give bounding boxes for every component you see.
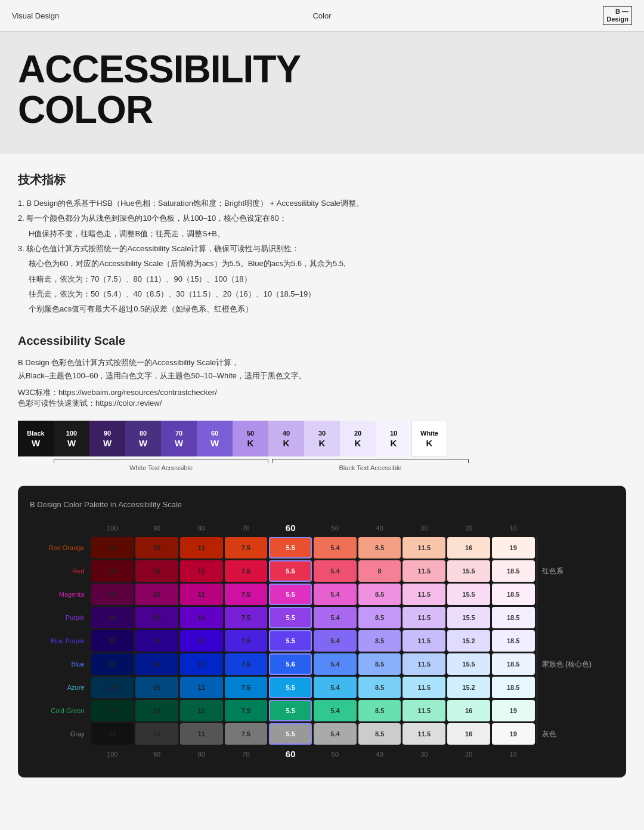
color-cell-cold-green-10: 19 [492,700,535,721]
color-cell-magenta-20: 15.5 [447,584,490,605]
palette-col-footer-60: 60 [269,746,312,761]
color-cell-blue-30: 11.5 [402,653,445,675]
color-cell-gray-60: 5.5 [269,723,312,745]
color-cell-red-40: 8 [358,560,401,582]
color-cell-red-50: 5.4 [314,560,357,582]
color-cell-gray-90: 15 [135,723,178,745]
color-cell-cold-green-100: 18 [91,700,134,721]
header-breadcrumb-left: Visual Design [12,11,59,20]
palette-table: 100908070605040302010Red Orange1815117.5… [30,519,614,763]
color-cell-blue-10: 18.5 [492,653,535,675]
row-label-azure: Azure [32,677,89,698]
palette-row-gray: Gray1815117.55.55.48.511.51619灰色 [32,723,612,745]
palette-row-red: Red1815117.55.55.4811.515.518.5 [32,560,612,582]
color-cell-magenta-80: 11 [180,584,223,605]
palette-col-header-20: 20 [447,520,490,535]
tech-description: 1. B Design的色系基于HSB（Hue色相；Saturation饱和度；… [18,196,626,316]
color-cell-blue-40: 8.5 [358,653,401,675]
color-cell-red-orange-70: 7.5 [225,537,268,559]
scale-links: W3C标准：https://webaim.org/resources/contr… [18,387,626,409]
palette-row-purple: Purple1815117.55.55.48.511.515.518.5家族色 … [32,607,612,628]
palette-col-header-60: 60 [269,520,312,535]
palette-col-footer-40: 40 [358,746,401,761]
side-label-cell-8: 灰色 [537,723,612,745]
palette-row-magenta: Magenta1815117.55.55.48.511.515.518.5 [32,584,612,605]
color-cell-red-orange-80: 11 [180,537,223,559]
color-cell-azure-30: 11.5 [402,677,445,698]
color-cell-purple-100: 18 [91,607,134,628]
color-cell-blue-purple-10: 18.5 [492,630,535,652]
scale-cell-70: 70W [161,421,197,456]
color-cell-purple-30: 11.5 [402,607,445,628]
header: Visual Design Color B — Design [0,0,644,32]
color-cell-purple-70: 7.5 [225,607,268,628]
color-cell-cold-green-20: 16 [447,700,490,721]
palette-col-footer-90: 90 [135,746,178,761]
scale-section: Accessibility Scale B Design 色彩色值计算方式按照统… [18,334,626,471]
color-cell-blue-purple-20: 15.2 [447,630,490,652]
palette-row-red-orange: Red Orange1815117.55.55.48.511.51619红色系 [32,537,612,559]
color-cell-red-orange-60: 5.5 [269,537,312,559]
white-accessible-label: White Text Accessible [54,464,268,471]
color-cell-blue-purple-50: 5.4 [314,630,357,652]
palette-col-footer-50: 50 [314,746,357,761]
color-cell-blue-purple-100: 18 [91,630,134,652]
color-cell-blue-80: 11 [180,653,223,675]
scale-cell-10: 10K [376,421,411,456]
color-cell-purple-10: 18.5 [492,607,535,628]
side-label-cell-0: 红色系 [537,537,612,605]
scale-cell-White: WhiteK [411,421,447,456]
color-cell-azure-40: 8.5 [358,677,401,698]
color-cell-gray-80: 11 [180,723,223,745]
color-cell-magenta-60: 5.5 [269,584,312,605]
scale-cell-90: 90W [89,421,125,456]
color-cell-azure-100: 18 [91,677,134,698]
color-cell-red-20: 15.5 [447,560,490,582]
color-cell-purple-80: 11 [180,607,223,628]
color-cell-red-orange-100: 18 [91,537,134,559]
color-cell-blue-purple-40: 8.5 [358,630,401,652]
color-cell-magenta-90: 15 [135,584,178,605]
color-cell-red-orange-30: 11.5 [402,537,445,559]
palette-col-footer-20: 20 [447,746,490,761]
row-label-blue: Blue [32,653,89,675]
hero-title: ACCESSIBILITY COLOR [18,50,626,129]
palette-col-footer-100: 100 [91,746,134,761]
row-label-red: Red [32,560,89,582]
color-cell-red-90: 15 [135,560,178,582]
palette-title: B Design Color Palette in Accessibility … [30,500,614,509]
color-cell-cold-green-70: 7.5 [225,700,268,721]
palette-col-footer-80: 80 [180,746,223,761]
scale-cell-80: 80W [125,421,161,456]
palette-row-cold-green: Cold Green1815117.55.55.48.511.51619 [32,700,612,721]
color-cell-red-orange-90: 15 [135,537,178,559]
color-cell-gray-50: 5.4 [314,723,357,745]
palette-row-blue-purple: Blue Purple1815117.55.55.48.511.515.218.… [32,630,612,652]
palette-col-header-50: 50 [314,520,357,535]
black-accessible-label: Black Text Accessible [272,464,469,471]
color-cell-magenta-50: 5.4 [314,584,357,605]
tech-title: 技术指标 [18,172,626,188]
color-cell-purple-40: 8.5 [358,607,401,628]
color-cell-cold-green-60: 5.5 [269,700,312,721]
color-cell-red-60: 5.5 [269,560,312,582]
color-cell-azure-90: 15 [135,677,178,698]
color-cell-cold-green-90: 15 [135,700,178,721]
header-breadcrumb-center: Color [312,11,331,20]
row-label-blue-purple: Blue Purple [32,630,89,652]
color-cell-magenta-40: 8.5 [358,584,401,605]
color-cell-red-100: 18 [91,560,134,582]
scale-desc: B Design 色彩色值计算方式按照统一的Accessibility Scal… [18,356,626,382]
palette-color-table: 100908070605040302010Red Orange1815117.5… [30,519,614,763]
palette-col-header-100: 100 [91,520,134,535]
color-cell-purple-60: 5.5 [269,607,312,628]
palette-col-footer-30: 30 [402,746,445,761]
palette-col-footer-70: 70 [225,746,268,761]
color-cell-gray-100: 18 [91,723,134,745]
row-label-magenta: Magenta [32,584,89,605]
color-cell-blue-purple-70: 7.5 [225,630,268,652]
color-cell-red-10: 18.5 [492,560,535,582]
color-cell-blue-20: 15.5 [447,653,490,675]
scale-row-container: BlackW100W90W80W70W60W50K40K30K20K10KWhi… [18,421,626,471]
scale-cell-50: 50K [233,421,268,456]
